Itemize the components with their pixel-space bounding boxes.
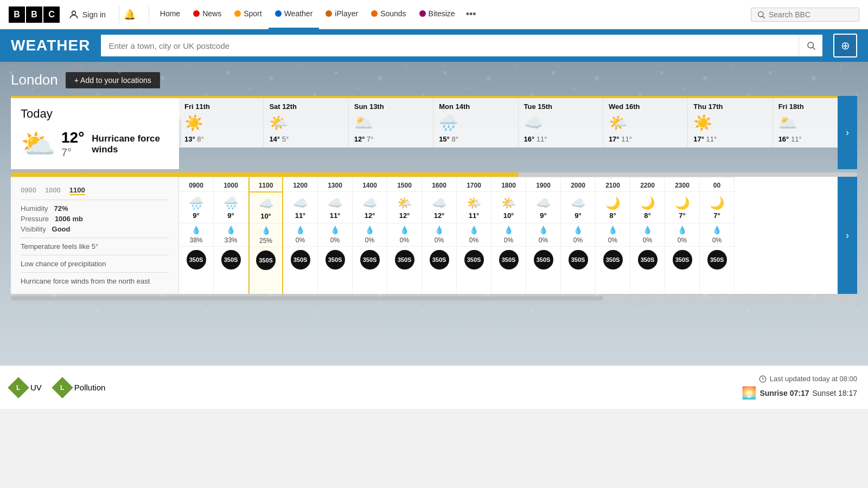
forecast-scroll-left[interactable]: ‹ xyxy=(179,119,181,146)
humidity-label: Humidity xyxy=(21,204,48,213)
hour-icon-1100: ☁️ xyxy=(259,192,273,212)
hour-col-1300[interactable]: 1300 ☁️ 11° 💧 0% 350S xyxy=(318,177,353,294)
forecast-area: Today ⛅ 12° 7° Hurricane force winds ‹ F… xyxy=(11,96,857,169)
hourly-scroll-right[interactable]: › xyxy=(838,177,857,294)
today-weather-icon: ⛅ xyxy=(21,127,56,160)
precip-icon-1800: 💧 xyxy=(504,223,513,236)
hour-precip-1200: 0% xyxy=(296,236,305,246)
hour-col-1900[interactable]: 1900 ☁️ 9° 💧 0% 350S xyxy=(526,177,561,294)
hour-col-1000[interactable]: 1000 🌧️ 9° 💧 33% 350S xyxy=(214,177,248,294)
hour-icon-2300: 🌙 xyxy=(675,192,690,211)
news-dot xyxy=(193,10,200,17)
nav-iplayer[interactable]: iPlayer xyxy=(319,0,365,29)
more-button[interactable]: ••• xyxy=(462,9,481,20)
search-button[interactable] xyxy=(799,35,822,56)
nav-news[interactable]: News xyxy=(187,0,228,29)
sounds-dot xyxy=(371,10,378,17)
notifications-button[interactable]: 🔔 xyxy=(124,9,136,21)
svg-point-0 xyxy=(72,11,76,15)
hour-icon-1000: 🌧️ xyxy=(224,192,238,211)
hour-col-0900[interactable]: 0900 🌧️ 9° 💧 38% 350S xyxy=(179,177,214,294)
hour-temp-1800: 10° xyxy=(503,211,514,223)
top-search-input[interactable] xyxy=(769,10,845,19)
hour-col-2300[interactable]: 2300 🌙 7° 💧 0% 350S xyxy=(665,177,700,294)
hour-temp-1000: 9° xyxy=(227,211,234,223)
forecast-day-3[interactable]: Mon 14th 🌧️ 15° 8° xyxy=(433,98,518,147)
iplayer-dot xyxy=(326,10,332,17)
forecast-day-1[interactable]: Sat 12th 🌤️ 14° 5° xyxy=(264,98,348,147)
hour-col-1200[interactable]: 1200 ☁️ 11° 💧 0% 350S xyxy=(283,177,318,294)
search-icon-top xyxy=(757,10,765,19)
nav-sport[interactable]: Sport xyxy=(228,0,268,29)
hour-col-0000[interactable]: 00 🌙 7° 💧 0% 350S xyxy=(700,177,735,294)
forecast-day-4[interactable]: Tue 15th ☁️ 16° 11° xyxy=(519,98,603,147)
sign-in-button[interactable]: Sign in xyxy=(68,9,106,20)
hour-wind-2300: 350S xyxy=(673,250,692,269)
nav-sounds[interactable]: Sounds xyxy=(365,0,412,29)
nav-bitesize[interactable]: Bitesize xyxy=(413,0,462,29)
hour-precip-0000: 0% xyxy=(712,236,722,246)
hour-temp-1400: 12° xyxy=(365,211,375,223)
forecast-day-0[interactable]: Fri 11th ☀️ 13° 8° xyxy=(179,98,264,147)
pressure-label: Pressure xyxy=(21,215,49,223)
h1000[interactable]: 1000 xyxy=(45,186,61,195)
precip-icon-2300: 💧 xyxy=(678,223,687,236)
precip-text: Low chance of precipitation xyxy=(21,260,169,268)
today-description: Hurricane force winds xyxy=(92,133,169,155)
h0900[interactable]: 0900 xyxy=(21,186,36,195)
hour-wind-1000: 350S xyxy=(221,250,241,269)
hour-icon-1900: ☁️ xyxy=(536,192,551,211)
hour-wind-2100: 350S xyxy=(603,250,623,269)
uv-pollution-area: L UV L Pollution xyxy=(11,380,105,395)
hour-wind-1900: 350S xyxy=(534,250,553,269)
uv-diamond-icon: L xyxy=(8,377,29,399)
hour-icon-1300: ☁️ xyxy=(328,192,342,211)
location-search-input[interactable] xyxy=(101,35,799,56)
hour-wind-1300: 350S xyxy=(326,250,345,269)
hour-col-1400[interactable]: 1400 ☁️ 12° 💧 0% 350S xyxy=(353,177,387,294)
forecast-day-2[interactable]: Sun 13th 🌥️ 12° 7° xyxy=(349,98,433,147)
today-temperatures: 12° 7° xyxy=(61,129,84,159)
forecast-day-5[interactable]: Wed 16th 🌤️ 17° 11° xyxy=(603,98,688,147)
hour-col-1100[interactable]: 1100 ☁️ 10° 💧 25% 350S xyxy=(248,177,283,294)
nav-home[interactable]: Home xyxy=(154,0,187,29)
hour-icon-1500: 🌤️ xyxy=(397,192,412,211)
geolocate-button[interactable]: ⊕ xyxy=(833,34,857,57)
hour-precip-2300: 0% xyxy=(678,236,687,246)
hour-precip-1800: 0% xyxy=(504,236,513,246)
bbc-c: C xyxy=(43,7,60,23)
hour-col-1500[interactable]: 1500 🌤️ 12° 💧 0% 350S xyxy=(387,177,422,294)
h1100-active[interactable]: 1100 xyxy=(69,186,85,195)
hour-wind-0000: 350S xyxy=(707,250,727,269)
hour-col-1700[interactable]: 1700 🌤️ 11° 💧 0% 350S xyxy=(457,177,492,294)
precip-icon-0900: 💧 xyxy=(192,223,201,236)
hour-col-2000[interactable]: 2000 ☁️ 9° 💧 0% 350S xyxy=(561,177,596,294)
hour-detail-panel: 0900 1000 1100 Humidity 72% Pressure 100… xyxy=(11,177,179,294)
hourly-scroll[interactable]: 0900 1000 1100 Humidity 72% Pressure 100… xyxy=(11,177,857,294)
forecast-scroll-right[interactable]: › xyxy=(838,96,857,169)
top-search[interactable] xyxy=(751,8,859,22)
svg-point-3 xyxy=(808,42,814,48)
forecast-scrollbar[interactable] xyxy=(11,172,857,177)
svg-point-1 xyxy=(758,11,763,16)
hour-col-2200[interactable]: 2200 🌙 8° 💧 0% 350S xyxy=(630,177,665,294)
precip-icon-1100: 💧 xyxy=(261,224,271,237)
hour-col-1800[interactable]: 1800 🌤️ 10° 💧 0% 350S xyxy=(492,177,526,294)
nav-weather[interactable]: Weather xyxy=(269,0,320,29)
home-label: Home xyxy=(160,9,180,18)
svg-line-4 xyxy=(813,47,815,49)
hour-precip-2200: 0% xyxy=(643,236,652,246)
bottom-section: L UV L Pollution Last updated today at 0… xyxy=(0,365,868,409)
location-search-bar[interactable] xyxy=(101,35,822,56)
hour-col-2100[interactable]: 2100 🌙 8° 💧 0% 350S xyxy=(596,177,630,294)
hour-icon-2100: 🌙 xyxy=(605,192,620,211)
hourly-scrollbar[interactable] xyxy=(11,296,857,300)
bbc-logo[interactable]: B B C xyxy=(9,7,60,23)
forecast-day-6[interactable]: Thu 17th ☀️ 17° 11° xyxy=(688,98,773,147)
precip-icon-1200: 💧 xyxy=(296,223,305,236)
today-high-temp: 12° xyxy=(61,129,84,146)
hour-precip-1500: 0% xyxy=(400,236,409,246)
pollution-badge: L Pollution xyxy=(55,380,106,395)
hour-col-1600[interactable]: 1600 ☁️ 12° 💧 0% 350S xyxy=(422,177,457,294)
add-location-button[interactable]: + Add to your locations xyxy=(66,72,160,88)
